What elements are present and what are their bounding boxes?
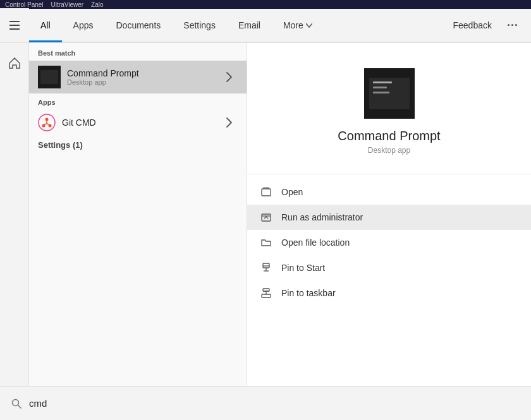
git-cmd-result[interactable]: Git CMD <box>29 109 247 136</box>
run-admin-icon <box>260 211 272 224</box>
arrow-right-icon <box>226 72 232 82</box>
git-cmd-title: Git CMD <box>62 117 220 128</box>
svg-rect-8 <box>262 189 271 196</box>
nav-right: Feedback ··· <box>448 16 532 35</box>
icon-sidebar <box>0 43 29 420</box>
command-prompt-result[interactable]: Command Prompt Desktop app <box>29 61 247 93</box>
tab-apps[interactable]: Apps <box>62 8 105 42</box>
action-pin-start[interactable]: Pin to Start <box>247 255 531 280</box>
sidebar-home-icon[interactable] <box>2 51 27 76</box>
detail-app-subtitle: Desktop app <box>368 146 410 155</box>
tab-more[interactable]: More <box>272 8 324 42</box>
search-bar <box>0 386 531 420</box>
more-options-button[interactable]: ··· <box>502 16 523 35</box>
action-run-admin-label: Run as administrator <box>281 212 363 222</box>
action-run-admin[interactable]: Run as administrator <box>247 205 531 230</box>
nav-tabs: All Apps Documents Settings Email More <box>29 8 448 42</box>
tab-all[interactable]: All <box>29 8 62 42</box>
action-open-label: Open <box>281 187 303 197</box>
open-file-icon <box>260 236 272 249</box>
action-pin-start-label: Pin to Start <box>281 263 325 273</box>
git-cmd-text: Git CMD <box>62 117 220 128</box>
command-prompt-text: Command Prompt Desktop app <box>67 68 220 86</box>
svg-line-19 <box>18 405 21 408</box>
tab-documents[interactable]: Documents <box>104 8 172 42</box>
arrow-right-icon-2 <box>226 117 232 128</box>
taskbar-top: Control Panel UltraViewer Zalo <box>0 0 531 9</box>
main-content: Best match Command Prompt Desktop app <box>0 43 531 420</box>
cmd-app-icon <box>38 66 61 88</box>
detail-header: Command Prompt Desktop app <box>247 43 531 174</box>
action-open-file-label: Open file location <box>281 237 350 248</box>
action-pin-taskbar[interactable]: Pin to taskbar <box>247 280 531 306</box>
chevron-down-icon <box>306 22 312 28</box>
action-open-file-location[interactable]: Open file location <box>247 230 531 255</box>
hamburger-button[interactable] <box>0 8 29 42</box>
apps-section-label: Apps <box>29 93 247 109</box>
best-match-label: Best match <box>29 43 247 61</box>
taskbar-item-ultraviewer: UltraViewer <box>51 1 84 8</box>
action-pin-taskbar-label: Pin to taskbar <box>281 288 336 298</box>
pin-taskbar-icon <box>260 287 272 299</box>
results-panel: Best match Command Prompt Desktop app <box>29 43 247 420</box>
detail-panel: Command Prompt Desktop app Open <box>247 43 531 420</box>
start-menu: All Apps Documents Settings Email More <box>0 9 531 420</box>
svg-point-2 <box>46 118 49 121</box>
command-prompt-arrow[interactable] <box>220 68 238 86</box>
tab-email[interactable]: Email <box>227 8 272 42</box>
svg-rect-17 <box>263 289 269 291</box>
detail-actions: Open Run as administrator <box>247 174 531 311</box>
pin-start-icon <box>260 261 272 274</box>
home-icon <box>9 57 20 69</box>
detail-app-title: Command Prompt <box>338 129 440 143</box>
command-prompt-subtitle: Desktop app <box>67 78 220 86</box>
detail-app-icon <box>364 68 415 119</box>
svg-rect-14 <box>262 294 271 297</box>
svg-line-7 <box>47 124 50 124</box>
git-cmd-arrow[interactable] <box>220 114 238 131</box>
tab-settings[interactable]: Settings <box>172 8 227 42</box>
taskbar-item-zalo: Zalo <box>91 1 103 8</box>
nav-bar: All Apps Documents Settings Email More <box>0 9 531 43</box>
open-icon <box>260 186 272 198</box>
hamburger-icon <box>9 21 20 30</box>
search-input[interactable] <box>29 398 522 409</box>
svg-line-6 <box>44 124 47 124</box>
feedback-button[interactable]: Feedback <box>448 16 497 34</box>
action-open[interactable]: Open <box>247 179 531 205</box>
taskbar-item-controlpanel: Control Panel <box>5 1 44 8</box>
git-cmd-icon <box>38 114 56 131</box>
settings-result[interactable]: Settings (1) <box>29 136 247 153</box>
command-prompt-title: Command Prompt <box>67 68 220 78</box>
svg-rect-9 <box>262 214 271 221</box>
search-icon <box>9 396 24 411</box>
